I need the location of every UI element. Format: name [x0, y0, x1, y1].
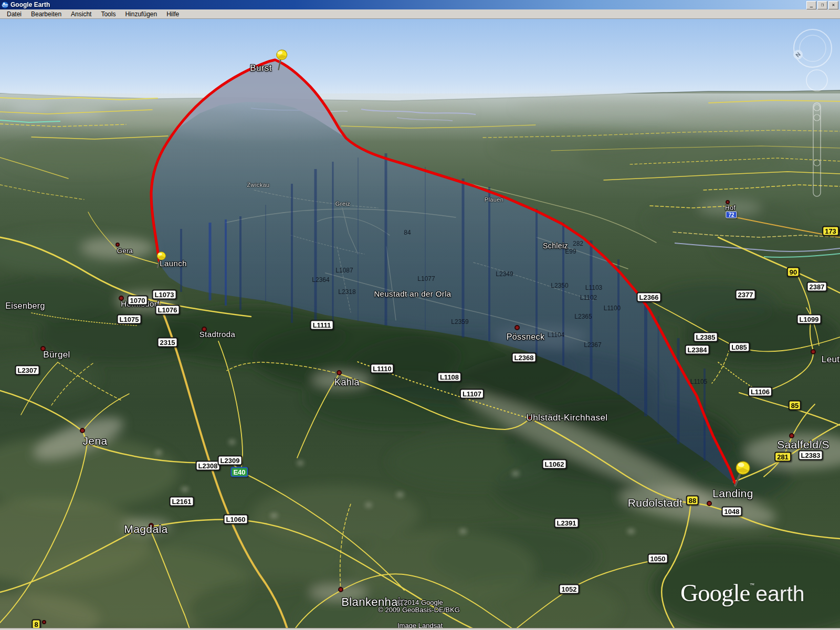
title-bar[interactable]: Google Earth _ ❐ ✕ [0, 0, 840, 9]
window-title: Google Earth [10, 1, 50, 8]
google-earth-logo: Google™earth [680, 579, 840, 610]
menu-item-hinzufügen[interactable]: Hinzufügen [120, 10, 162, 18]
restore-button[interactable]: ❐ [817, 1, 827, 9]
menu-item-datei[interactable]: Datei [2, 10, 26, 18]
terrain-3d-view[interactable]: N [0, 0, 840, 630]
google-earth-app-icon [2, 2, 8, 8]
copyright-google: © 2014 Google [397, 598, 443, 606]
menu-item-hilfe[interactable]: Hilfe [162, 10, 184, 18]
menu-item-bearbeiten[interactable]: Bearbeiten [26, 10, 66, 18]
close-button[interactable]: ✕ [828, 1, 838, 9]
menu-item-ansicht[interactable]: Ansicht [66, 10, 96, 18]
minimize-button[interactable]: _ [806, 1, 816, 9]
window-bottom-border [0, 628, 840, 630]
menu-item-tools[interactable]: Tools [96, 10, 120, 18]
map-canvas[interactable]: N [0, 0, 840, 630]
menu-bar: DateiBearbeitenAnsichtToolsHinzufügenHil… [0, 9, 840, 19]
copyright-geobasis: © 2009 GeoBasis-DE/BKG [378, 606, 460, 614]
